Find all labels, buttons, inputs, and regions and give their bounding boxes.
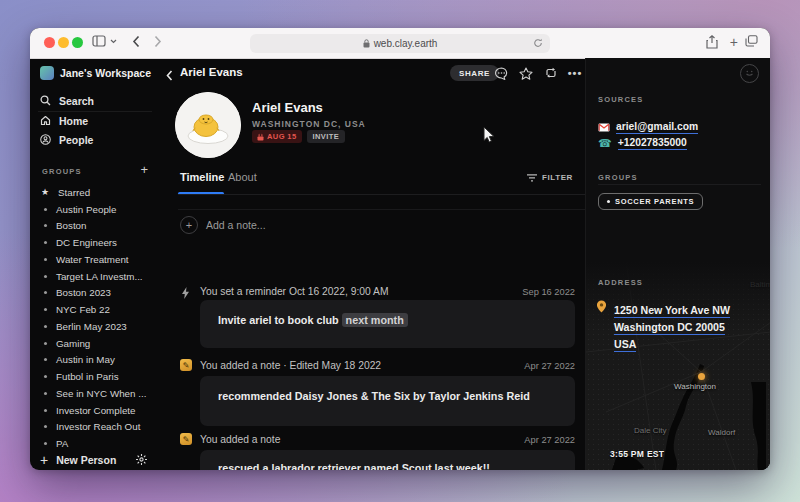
right-panel: Washington Waldorf Dale City Baltimore S… (585, 58, 770, 470)
reminder-bolt-icon (181, 285, 190, 303)
new-person-label: New Person (56, 454, 116, 466)
url-bar[interactable]: web.clay.earth (250, 34, 550, 53)
avatar[interactable] (175, 92, 241, 158)
map-background[interactable]: Washington Waldorf Dale City Baltimore (586, 262, 770, 470)
bullet-icon (44, 224, 47, 227)
sidebar-group-item[interactable]: See in NYC When ... (42, 385, 154, 402)
left-sidebar: Search Home People GROUPS + ★Starred Aus… (30, 88, 160, 470)
main-content: Ariel Evans WASHINGTON DC, USA AUG 15 IN… (160, 88, 585, 470)
sidebar-item-home[interactable]: Home (40, 111, 88, 130)
sidebar-group-item[interactable]: Boston 2023 (42, 285, 154, 302)
filter-icon (527, 174, 537, 182)
chevron-down-icon[interactable] (110, 39, 117, 44)
phone-icon: ☎ (598, 138, 612, 149)
timeline-entry-date: Apr 27 2022 (524, 435, 575, 445)
address-line[interactable]: 1250 New York Ave NW (614, 300, 764, 318)
sidebar-group-item[interactable]: Austin People (42, 201, 154, 218)
address-line[interactable]: USA (614, 334, 764, 352)
personality-smiley-icon[interactable] (740, 64, 759, 83)
sidebar-item-people[interactable]: People (40, 130, 93, 149)
search-icon (40, 95, 51, 106)
sidebar-group-item[interactable]: Water Treatment (42, 251, 154, 268)
address-line[interactable]: Washington DC 20005 (614, 317, 764, 335)
new-tab-icon[interactable]: + (730, 34, 738, 50)
reminder-chip: next month (342, 313, 408, 327)
page-title: Ariel Evans (180, 66, 243, 78)
note-text: rescued a labrador retriever named Scout… (200, 450, 575, 470)
sidebar-group-item[interactable]: Futbol in Paris (42, 368, 154, 385)
local-time: 3:55 PM EST (610, 449, 664, 459)
close-traffic-light[interactable] (44, 37, 55, 48)
workspace-switcher[interactable]: Jane's Workspace (40, 66, 151, 80)
group-label: Target LA Investm... (56, 271, 143, 282)
back-button[interactable] (132, 35, 140, 48)
map-label-dale-city: Dale City (634, 426, 666, 435)
bullet-icon (44, 358, 47, 361)
home-icon (40, 115, 51, 126)
groups-divider (598, 184, 761, 185)
phone-link[interactable]: +12027835000 (618, 137, 687, 150)
lock-icon (363, 39, 370, 48)
tab-timeline[interactable]: Timeline (180, 171, 224, 183)
repost-loop-icon[interactable] (540, 63, 562, 83)
more-options-icon[interactable]: ••• (564, 63, 586, 83)
bullet-icon (44, 375, 47, 378)
contact-location: WASHINGTON DC, USA (252, 119, 366, 129)
star-icon[interactable] (515, 63, 537, 83)
forward-button[interactable] (154, 35, 162, 48)
share-export-icon[interactable] (706, 35, 718, 49)
email-link[interactable]: ariel@gmail.com (616, 121, 698, 134)
group-label: Austin in May (56, 354, 115, 365)
star-filled-icon: ★ (42, 187, 49, 197)
timeline-card-note[interactable]: recommended Daisy Jones & The Six by Tay… (200, 376, 575, 426)
add-note-input[interactable]: Add a note... (206, 219, 266, 231)
sidebar-group-item[interactable]: Investor Complete (42, 402, 154, 419)
sidebar-group-item[interactable]: Target LA Investm... (42, 268, 154, 285)
people-label: People (59, 134, 93, 146)
group-label: Berlin May 2023 (56, 321, 127, 332)
zoom-traffic-light[interactable] (72, 37, 83, 48)
phone-row[interactable]: ☎ +12027835000 (598, 136, 687, 150)
group-label: Investor Reach Out (56, 421, 140, 432)
tab-about[interactable]: About (228, 171, 257, 183)
back-chevron-icon[interactable] (166, 67, 173, 85)
search-label: Search (59, 95, 94, 107)
sidebar-item-starred[interactable]: ★Starred (42, 184, 154, 201)
invite-badge[interactable]: INVITE (307, 130, 346, 143)
timeline-card-reminder[interactable]: Invite ariel to book club next month (200, 300, 575, 348)
sidebar-group-item[interactable]: Boston (42, 218, 154, 235)
bullet-icon (44, 442, 47, 445)
add-note-plus-icon[interactable]: + (180, 216, 198, 234)
plus-icon: + (40, 452, 48, 468)
map-label-waldorf: Waldorf (708, 428, 735, 437)
sidebar-group-item[interactable]: DC Engineers (42, 234, 154, 251)
birthday-badge[interactable]: AUG 15 (252, 130, 302, 143)
sidebar-group-item[interactable]: NYC Feb 22 (42, 301, 154, 318)
group-label: Gaming (56, 338, 90, 349)
tab-overview-icon[interactable] (745, 35, 758, 47)
add-group-icon[interactable]: + (140, 162, 148, 177)
filter-label: FILTER (542, 173, 573, 182)
settings-flower-icon[interactable] (135, 452, 148, 470)
email-row[interactable]: ariel@gmail.com (598, 120, 698, 134)
birthday-label: AUG 15 (267, 132, 297, 141)
comment-bubble-icon[interactable] (490, 63, 512, 83)
minimize-traffic-light[interactable] (58, 37, 69, 48)
group-badge-soccer-parents[interactable]: SOCCER PARENTS (598, 193, 703, 210)
map-city-dot (698, 373, 705, 380)
timeline-entry-header: You added a note (200, 434, 280, 445)
bullet-icon (44, 208, 47, 211)
reload-icon[interactable] (533, 38, 543, 48)
bullet-icon (44, 291, 47, 294)
sidebar-group-item[interactable]: Berlin May 2023 (42, 318, 154, 335)
bullet-icon (44, 409, 47, 412)
filter-button[interactable]: FILTER (527, 173, 573, 182)
new-person-button[interactable]: + New Person (40, 450, 116, 469)
sidebar-group-item[interactable]: Austin in May (42, 352, 154, 369)
groups-header: GROUPS (598, 173, 638, 182)
sidebar-toggle-icon[interactable] (92, 35, 106, 47)
sidebar-item-search[interactable]: Search (40, 91, 94, 110)
sidebar-group-item[interactable]: Gaming (42, 335, 154, 352)
timeline-card-note[interactable]: rescued a labrador retriever named Scout… (200, 450, 575, 470)
sidebar-group-item[interactable]: Investor Reach Out (42, 419, 154, 436)
